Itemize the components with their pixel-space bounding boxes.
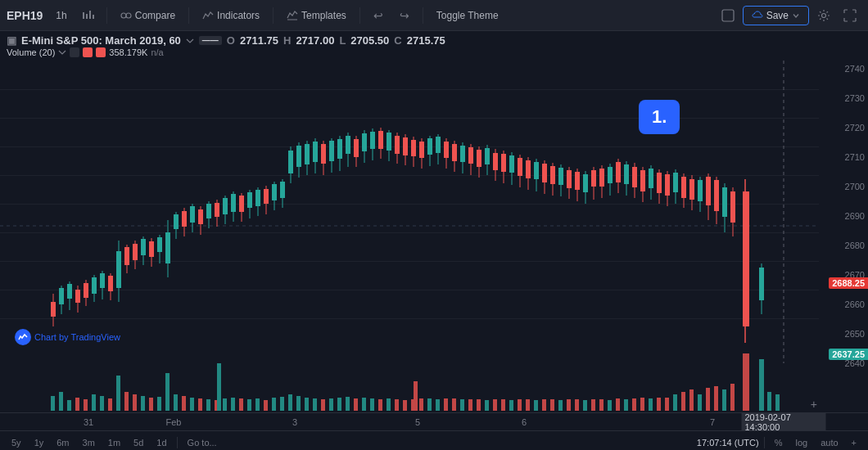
templates-button[interactable]: Templates [280,7,353,25]
svg-rect-99 [411,140,416,156]
undo-button[interactable]: ↩ [367,4,390,27]
bottom-sep-2 [764,437,765,448]
svg-rect-105 [436,137,441,153]
timeframe-5y[interactable]: 5y [7,436,26,449]
timeframe-button[interactable]: 1h [49,7,73,25]
svg-rect-25 [108,276,113,291]
svg-rect-220 [346,397,350,411]
timeframe-3m[interactable]: 3m [78,436,100,449]
time-label-current: 2019-02-07 14:30:00 [742,412,826,430]
fullscreen-icon [843,9,857,22]
ohlc-badge: —— [199,36,222,45]
svg-rect-265 [706,388,710,411]
plus-scale-button[interactable]: + [847,436,861,449]
svg-rect-179 [743,191,749,326]
volume-extra: n/a [151,47,163,57]
svg-rect-221 [354,398,358,411]
low-label: L [339,34,346,47]
svg-rect-191 [116,376,120,411]
close-value: 2715.75 [407,34,445,47]
svg-rect-241 [509,400,513,411]
indicators-button[interactable]: Indicators [196,7,266,25]
current-price-badge: 2688.25 [829,277,868,289]
svg-rect-239 [493,399,497,411]
goto-button[interactable]: Go to... [183,436,222,449]
svg-rect-264 [698,394,702,411]
tradingview-label: Chart by TradingView [34,332,120,342]
candlestick-chart [0,61,819,363]
bottom-right: % log auto + [770,436,861,449]
price-2690: 2690 [822,211,865,221]
svg-rect-149 [616,162,621,182]
timeframe-5d[interactable]: 5d [129,436,148,449]
svg-rect-188 [92,394,96,411]
svg-rect-101 [419,142,424,158]
percent-button[interactable]: % [770,436,788,449]
compare-button[interactable]: Compare [114,7,182,25]
svg-rect-249 [575,399,579,411]
time-label-7: 7 [710,417,715,427]
svg-rect-183 [51,396,55,411]
svg-rect-258 [649,398,653,411]
price-2720: 2720 [822,123,865,133]
toggle-theme-button[interactable]: Toggle Theme [430,7,505,25]
compare-label: Compare [135,10,175,21]
svg-rect-79 [329,141,334,161]
svg-rect-61 [255,190,260,206]
chart-area: 2740 2730 2720 2710 2700 2690 2680 2670 … [0,61,868,412]
svg-rect-242 [518,399,522,411]
chart-type-icon [82,9,95,22]
open-label: O [227,34,235,47]
auto-button[interactable]: auto [816,436,843,449]
svg-rect-0 [83,12,84,19]
bottom-sep-1 [177,437,178,448]
settings-icon [817,9,830,22]
watchlist-button[interactable] [717,4,739,27]
timeframe-1m[interactable]: 1m [103,436,125,449]
timeframe-6m[interactable]: 6m [52,436,74,449]
fullscreen-button[interactable] [839,4,861,27]
svg-rect-49 [206,204,211,218]
toggle-theme-label: Toggle Theme [436,10,499,21]
svg-rect-143 [591,170,596,187]
svg-rect-39 [165,232,170,263]
svg-rect-13 [59,288,64,304]
svg-rect-121 [501,154,506,172]
timeframe-1d[interactable]: 1d [151,436,171,449]
volume-row: Volume (20) 358.179K n/a [7,47,861,57]
add-price-scale-button[interactable]: + [811,398,817,411]
svg-rect-147 [608,167,613,183]
svg-point-5 [126,13,131,18]
log-button[interactable]: log [790,436,812,449]
svg-rect-171 [706,177,711,205]
vol-color-c [96,47,106,57]
svg-rect-200 [190,398,194,411]
svg-rect-77 [321,144,326,164]
price-2710: 2710 [822,152,865,162]
svg-rect-209 [264,400,268,411]
svg-rect-73 [305,144,310,164]
svg-rect-238 [485,400,489,411]
svg-rect-268 [730,384,735,411]
svg-rect-71 [296,146,301,167]
settings-button[interactable] [812,4,835,27]
save-label: Save [766,10,789,21]
svg-rect-129 [534,162,539,179]
svg-rect-163 [673,173,678,192]
vol-color-b [83,47,93,57]
title-dropdown-icon [186,37,194,45]
chart-type-button[interactable] [77,4,100,27]
svg-rect-254 [616,398,620,411]
timeframe-1y[interactable]: 1y [29,436,49,449]
compare-icon [120,10,132,21]
svg-rect-165 [681,177,686,198]
redo-button[interactable]: ↪ [393,4,416,27]
svg-rect-252 [599,399,604,411]
svg-point-4 [121,13,126,18]
svg-rect-31 [133,244,138,260]
time-label-feb: Feb [166,417,182,427]
svg-rect-161 [665,174,670,196]
time-label-6: 6 [522,417,527,427]
save-button[interactable]: Save [743,6,809,25]
svg-rect-229 [414,381,418,411]
